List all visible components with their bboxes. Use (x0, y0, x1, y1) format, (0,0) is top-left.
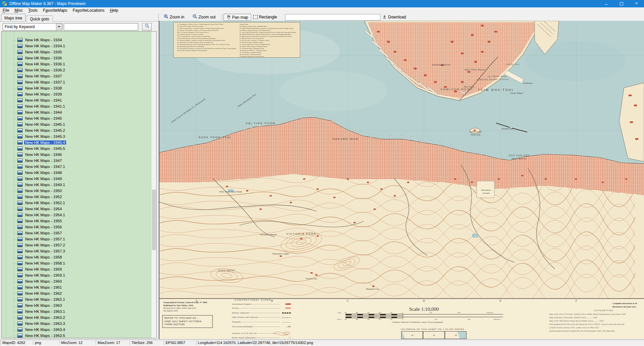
tree-connector (14, 294, 17, 294)
tree-item[interactable]: New HK Maps - 1963.3 (2, 321, 151, 327)
tree-item[interactable]: New HK Maps - 1945.1 (2, 122, 151, 128)
tree-item[interactable]: New HK Maps - 1954.1 (2, 212, 151, 218)
tree-item-label: New HK Maps - 1962 (24, 291, 63, 295)
tree-item[interactable]: New HK Maps - 1939 (2, 92, 151, 98)
tree-scrollbar-thumb[interactable] (152, 190, 156, 250)
tree-item-label: New HK Maps - 1948 (24, 171, 63, 175)
tree-item[interactable]: New HK Maps - 1957.2 (2, 242, 151, 248)
tree-item[interactable]: New HK Maps - 1962 (2, 291, 151, 297)
tree-item[interactable]: New HK Maps - 1945.2 (2, 128, 151, 134)
tree-connector (14, 221, 17, 222)
tree-item[interactable]: New HK Maps - 1945.4 (2, 140, 151, 146)
tree-connector (14, 70, 17, 71)
toolbar-address-input[interactable] (285, 14, 380, 20)
tree-item[interactable]: New HK Maps - 1936.1 (2, 61, 151, 67)
menu-help[interactable]: Help (107, 7, 121, 14)
tree-item[interactable]: New HK Maps - 1957.1 (2, 236, 151, 242)
minimize-button[interactable] (599, 0, 614, 7)
tree-connector (14, 282, 17, 282)
tree-scrollbar[interactable] (151, 32, 156, 338)
tree-item[interactable]: New HK Maps - 1958.1 (2, 261, 151, 267)
tree-item[interactable]: New HK Maps - 1959 (2, 267, 151, 273)
close-button[interactable]: × (629, 0, 644, 7)
tree-item[interactable]: New HK Maps - 1960 (2, 279, 151, 285)
tree-item-label: New HK Maps - 1941 (24, 98, 63, 102)
tree-item[interactable]: New HK Maps - 1936 (2, 55, 151, 61)
tree-item[interactable]: New HK Maps - 1934.1 (2, 43, 151, 49)
tree-item[interactable]: New HK Maps - 1961 (2, 285, 151, 291)
tree-connector (14, 113, 17, 113)
tree-item[interactable]: New HK Maps - 1957 (2, 230, 151, 236)
tree-item[interactable]: New HK Maps - 1937 (2, 73, 151, 79)
tree-item[interactable]: New HK Maps - 1963.4 (2, 327, 151, 333)
tree-item[interactable]: New HK Maps - 1947.1 (2, 164, 151, 170)
tree-item[interactable]: New HK Maps - 1936.2 (2, 67, 151, 73)
tree-item-label: New HK Maps - 1960 (24, 279, 63, 283)
tree-item[interactable]: New HK Maps - 1959.1 (2, 273, 151, 279)
menu-tools[interactable]: Tools (25, 7, 40, 14)
zoom-in-button[interactable]: Zoom in (164, 14, 184, 21)
tree-item[interactable]: New HK Maps - 1948 (2, 170, 151, 176)
tree-connector (14, 251, 17, 252)
search-button[interactable] (142, 23, 152, 31)
tab-quick-goto[interactable]: Quick goto (26, 15, 52, 22)
tree-item[interactable]: New HK Maps - 1962.1 (2, 297, 151, 303)
tree-item-label: New HK Maps - 1945.3 (24, 134, 66, 138)
tree-item[interactable]: New HK Maps - 1963.2 (2, 315, 151, 321)
tree-item[interactable]: New HK Maps - 1958 (2, 254, 151, 261)
menu-favoritemaps[interactable]: FavoriteMaps (40, 7, 70, 14)
tree-item[interactable]: New HK Maps - 1945.3 (2, 134, 151, 140)
tree-item[interactable]: New HK Maps - 1941.1 (2, 104, 151, 110)
search-mode-dropdown[interactable]: Find by Keyword (3, 23, 62, 31)
pan-map-button[interactable]: Pan map (223, 14, 251, 21)
maps-tree: New HK Maps - 1934New HK Maps - 1934.1Ne… (1, 31, 157, 338)
download-button[interactable]: Download (382, 14, 406, 21)
maximize-button[interactable] (614, 0, 629, 7)
map-viewport[interactable]: 35. Headquarters House, Queen's Road (op… (159, 21, 644, 339)
download-icon (382, 14, 387, 19)
tab-maps-tree[interactable]: Maps tree (1, 14, 25, 21)
tree-item[interactable]: New HK Maps - 1952 (2, 194, 151, 200)
tree-item[interactable]: New HK Maps - 1963.5 (2, 333, 151, 338)
tree-item[interactable]: New HK Maps - 1947 (2, 158, 151, 164)
tab-bar: Maps treeQuick goto (0, 14, 158, 21)
tree-item[interactable]: New HK Maps - 1954 (2, 206, 151, 212)
tree-item[interactable]: New HK Maps - 1937.1 (2, 79, 151, 85)
dropdown-arrow-button[interactable] (56, 23, 62, 30)
tree-item[interactable]: New HK Maps - 1938 (2, 85, 151, 92)
map-thumbnail-icon (17, 237, 22, 241)
minimize-icon (605, 1, 608, 5)
tree-item[interactable]: New HK Maps - 1934 (2, 37, 151, 43)
tree-item[interactable]: New HK Maps - 1956 (2, 224, 151, 230)
tree-item[interactable]: New HK Maps - 1952.1 (2, 200, 151, 206)
menu-file[interactable]: File (0, 7, 12, 14)
tree-connector (14, 40, 17, 41)
zoom-out-button[interactable]: Zoom out (193, 14, 216, 21)
tree-connector (14, 270, 17, 270)
map-toolbar: Zoom in Zoom out Pan map Rectangle Downl… (159, 14, 644, 21)
map-thumbnail-icon (17, 207, 22, 211)
tree-item[interactable]: New HK Maps - 1944 (2, 110, 151, 116)
search-input[interactable] (64, 23, 138, 31)
tree-item[interactable]: New HK Maps - 1949.1 (2, 182, 151, 188)
tree-item[interactable]: New HK Maps - 1941 (2, 98, 151, 104)
map-thumbnail-icon (17, 122, 22, 126)
tree-item[interactable]: New HK Maps - 1963 (2, 303, 151, 309)
tree-item[interactable]: New HK Maps - 1955 (2, 218, 151, 224)
tree-item[interactable]: New HK Maps - 1949 (2, 176, 151, 182)
map-thumbnail-icon (17, 273, 22, 277)
menu-misc[interactable]: Misc (12, 7, 25, 14)
map-thumbnail-icon (17, 104, 22, 108)
rectangle-button[interactable]: Rectangle (253, 14, 277, 21)
tree-item[interactable]: New HK Maps - 1946 (2, 152, 151, 158)
search-row: Find by Keyword (0, 22, 158, 31)
tree-item[interactable]: New HK Maps - 1945 (2, 116, 151, 122)
map-thumbnail-icon (17, 171, 22, 175)
tree-item[interactable]: New HK Maps - 1957.3 (2, 248, 151, 254)
tree-item[interactable]: New HK Maps - 1945.5 (2, 146, 151, 152)
menu-favoritelocations[interactable]: FavoriteLocations (70, 7, 107, 14)
tree-item-label: New HK Maps - 1934.1 (24, 44, 66, 48)
tree-item[interactable]: New HK Maps - 1963.1 (2, 309, 151, 315)
tree-item[interactable]: New HK Maps - 1950 (2, 188, 151, 194)
tree-item[interactable]: New HK Maps - 1935 (2, 49, 151, 55)
